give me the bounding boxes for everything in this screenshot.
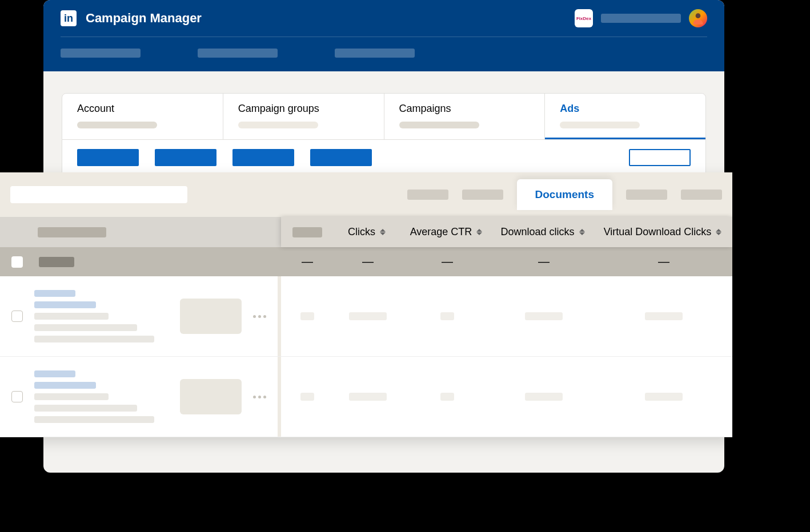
action-button[interactable]	[155, 149, 216, 166]
column-header-clicks[interactable]: Clicks	[334, 217, 402, 247]
action-button[interactable]	[77, 149, 139, 166]
select-all-checkbox[interactable]	[11, 256, 23, 268]
secondary-button[interactable]	[629, 149, 691, 166]
summary-label	[39, 257, 74, 267]
data-cell	[281, 393, 334, 401]
action-bar	[62, 140, 706, 176]
data-cell	[334, 393, 402, 401]
tab-label: Ads	[560, 103, 691, 115]
filter-tab[interactable]	[462, 190, 503, 200]
account-placeholder	[601, 14, 681, 23]
summary-cell: —	[402, 247, 492, 276]
avatar[interactable]	[689, 9, 707, 27]
ad-preview-text	[34, 290, 169, 342]
filter-tab[interactable]	[681, 190, 722, 200]
nav-item[interactable]	[61, 49, 141, 58]
nav-item[interactable]	[335, 49, 415, 58]
column-header-download-clicks[interactable]: Download clicks	[492, 217, 595, 247]
sort-icon	[380, 227, 388, 237]
data-cell	[334, 312, 402, 320]
action-button[interactable]	[232, 149, 294, 166]
metrics-table: Documents Clicks Average CTR Download cl…	[0, 172, 732, 437]
app-title: Campaign Manager	[86, 11, 202, 26]
data-cell	[492, 312, 595, 320]
tab-campaigns[interactable]: Campaigns	[384, 94, 546, 139]
column-label: Average CTR	[410, 226, 472, 238]
tab-ads[interactable]: Ads	[545, 94, 705, 139]
tab-label: Campaigns	[399, 103, 530, 115]
data-cell	[595, 393, 732, 401]
svg-point-0	[696, 13, 701, 18]
ad-thumbnail[interactable]	[180, 299, 242, 334]
row-menu-icon[interactable]	[253, 396, 266, 398]
tab-label: Campaign groups	[238, 103, 369, 115]
filter-tab[interactable]	[626, 190, 667, 200]
level-tabs: Account Campaign groups Campaigns Ads	[62, 93, 706, 140]
search-input[interactable]	[10, 186, 187, 203]
column-header-avg-ctr[interactable]: Average CTR	[402, 217, 492, 247]
filter-tab[interactable]	[407, 190, 448, 200]
sort-icon	[476, 227, 484, 237]
data-cell	[402, 312, 492, 320]
ad-preview-text	[34, 370, 169, 423]
action-button[interactable]	[310, 149, 372, 166]
data-cell	[492, 393, 595, 401]
sort-icon	[579, 227, 587, 237]
column-label: Clicks	[348, 226, 375, 238]
column-header[interactable]	[281, 217, 334, 247]
sort-icon	[716, 227, 724, 237]
data-cell	[402, 393, 492, 401]
row-checkbox[interactable]	[11, 311, 23, 322]
column-label: Virtual Download Clicks	[604, 226, 712, 238]
fixdex-badge[interactable]: FixDex	[575, 9, 593, 27]
table-row	[0, 357, 732, 437]
table-header: Clicks Average CTR Download clicks Virtu…	[0, 217, 732, 247]
summary-cell: —	[595, 247, 732, 276]
column-header-virtual-download-clicks[interactable]: Virtual Download Clicks	[595, 217, 732, 247]
row-menu-icon[interactable]	[253, 315, 266, 318]
filter-tab-documents[interactable]: Documents	[517, 179, 612, 210]
header-nav	[61, 37, 707, 71]
header: in Campaign Manager FixDex	[43, 0, 724, 71]
filter-bar: Documents	[0, 172, 732, 217]
row-checkbox[interactable]	[11, 391, 23, 402]
summary-cell: —	[334, 247, 402, 276]
tab-account[interactable]: Account	[62, 94, 223, 139]
summary-cell: —	[281, 247, 334, 276]
table-row	[0, 276, 732, 357]
ad-thumbnail[interactable]	[180, 379, 242, 414]
tab-campaign-groups[interactable]: Campaign groups	[223, 94, 384, 139]
summary-row: — — — — —	[0, 247, 732, 276]
nav-item[interactable]	[198, 49, 278, 58]
tab-label: Account	[77, 103, 208, 115]
summary-cell: —	[492, 247, 595, 276]
column-label: Download clicks	[500, 226, 574, 238]
data-cell	[281, 312, 334, 320]
name-column-header[interactable]	[38, 227, 106, 237]
linkedin-icon[interactable]: in	[61, 10, 77, 26]
data-cell	[595, 312, 732, 320]
